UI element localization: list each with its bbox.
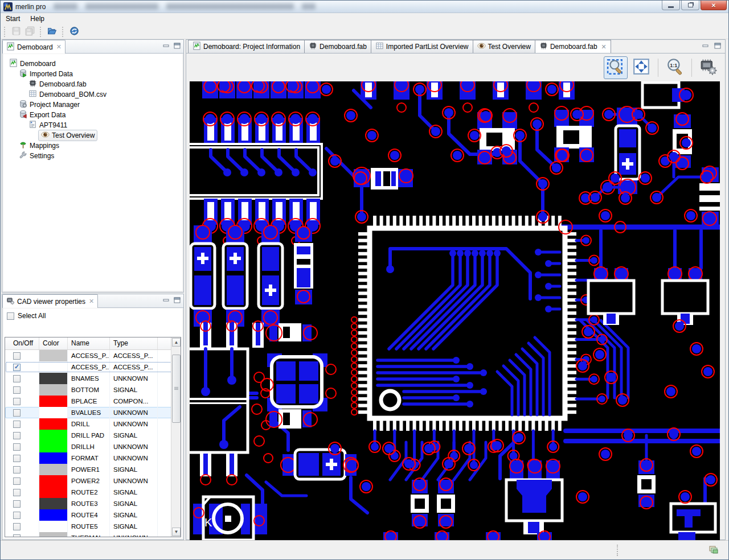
layer-color-swatch[interactable]	[39, 350, 68, 361]
zoom-1-1-button[interactable]: 1:1	[663, 56, 687, 79]
menu-start[interactable]: Start	[1, 14, 25, 24]
zoom-selection-button[interactable]	[604, 56, 628, 79]
close-icon[interactable]: ✕	[89, 298, 94, 305]
explorer-panel-tab[interactable]: Demoboard ✕	[2, 40, 65, 53]
maximize-view-icon[interactable]	[174, 297, 181, 306]
tree-item-test-overview[interactable]: Test Overview	[3, 130, 182, 141]
select-all-checkbox[interactable]	[7, 312, 14, 320]
layer-color-swatch[interactable]	[39, 441, 68, 452]
layer-color-swatch[interactable]	[39, 487, 68, 498]
layer-row-bnames[interactable]: BNAMESUNKNOWN	[5, 373, 181, 384]
tree-item-apt9411[interactable]: APT9411	[3, 120, 182, 130]
layer-visibility-checkbox[interactable]	[13, 432, 21, 439]
editor-tab-demoboard-fab[interactable]: Demoboard.fab✕	[535, 40, 611, 53]
column-header-type[interactable]: Type	[110, 337, 158, 349]
layer-color-swatch[interactable]	[39, 532, 68, 537]
layer-row-access-p-[interactable]: ACCESS_P...ACCESS_P...	[5, 350, 181, 361]
layer-row-bvalues[interactable]: BVALUESUNKNOWN	[5, 407, 181, 418]
layer-color-swatch[interactable]	[39, 430, 68, 441]
maximize-view-icon[interactable]	[714, 43, 722, 51]
layer-visibility-checkbox[interactable]	[13, 421, 21, 428]
layer-row-bplace[interactable]: BPLACECOMPON...	[5, 396, 181, 407]
layer-color-swatch[interactable]	[39, 407, 68, 418]
scroll-up-icon[interactable]: ▲	[172, 338, 181, 347]
editor-tab-test-overview[interactable]: Test Overview	[473, 40, 535, 53]
open-folder-button[interactable]	[45, 26, 59, 38]
layer-visibility-checkbox[interactable]	[13, 398, 21, 405]
close-icon[interactable]: ✕	[56, 43, 62, 51]
cad-settings-button[interactable]	[697, 56, 720, 79]
layer-color-swatch[interactable]	[39, 475, 68, 487]
layer-color-swatch[interactable]	[39, 384, 68, 396]
scroll-down-icon[interactable]: ▼	[172, 528, 181, 536]
restore-views-icon[interactable]	[709, 545, 719, 555]
layer-visibility-checkbox[interactable]	[13, 455, 21, 462]
zoom-fit-button[interactable]	[629, 56, 653, 79]
layer-row-route4[interactable]: ROUTE4SIGNAL	[5, 509, 181, 521]
minimize-view-icon[interactable]	[702, 43, 710, 51]
restore-button[interactable]	[681, 1, 699, 10]
title-bar[interactable]: merlin pro ✕	[1, 1, 728, 13]
layer-visibility-checkbox[interactable]	[13, 477, 21, 485]
layer-row-bottom[interactable]: BOTTOMSIGNAL	[5, 384, 181, 396]
layer-visibility-checkbox[interactable]	[13, 466, 21, 473]
tree-item-imported-data[interactable]: Imported Data	[3, 69, 182, 79]
layer-visibility-checkbox[interactable]	[13, 489, 21, 496]
close-icon[interactable]: ✕	[601, 43, 607, 51]
layer-visibility-checkbox[interactable]	[13, 523, 21, 530]
sync-button[interactable]	[67, 26, 81, 38]
layer-row-format[interactable]: FORMATUNKNOWN	[5, 452, 181, 464]
layer-row-drill[interactable]: DRILLUNKNOWN	[5, 418, 181, 430]
layer-row-drillh[interactable]: DRILLHUNKNOWN	[5, 441, 181, 452]
layer-row-route3[interactable]: ROUTE3SIGNAL	[5, 498, 181, 509]
layer-row-drill-pad[interactable]: DRILL PADSIGNAL	[5, 430, 181, 441]
layer-color-swatch[interactable]	[39, 521, 68, 532]
tree-item-project-manager[interactable]: Project Manager	[3, 100, 182, 110]
close-button[interactable]: ✕	[701, 1, 727, 10]
layer-color-swatch[interactable]	[39, 452, 68, 464]
column-header-on-off[interactable]: On/Off	[5, 337, 39, 349]
layer-visibility-checkbox[interactable]	[13, 534, 21, 538]
column-header-color[interactable]: Color	[39, 337, 68, 349]
tree-item-mappings[interactable]: Mappings	[3, 141, 182, 151]
layer-visibility-checkbox[interactable]	[13, 409, 21, 417]
scrollbar-thumb[interactable]	[172, 355, 181, 423]
tree-item-export-data[interactable]: Export Data	[3, 110, 182, 120]
layer-row-route2[interactable]: ROUTE2SIGNAL	[5, 487, 181, 498]
minimize-button[interactable]	[662, 1, 680, 10]
cad-properties-tab[interactable]: CAD viewer properties ✕	[2, 294, 98, 308]
layer-visibility-checkbox[interactable]	[13, 386, 21, 394]
minimize-view-icon[interactable]	[163, 43, 170, 51]
layer-row-thermal[interactable]: THERMALUNKNOWN	[5, 532, 181, 537]
tree-item-demoboard[interactable]: Demoboard	[3, 59, 182, 69]
minimize-view-icon[interactable]	[163, 297, 170, 306]
layer-visibility-checkbox[interactable]	[13, 443, 21, 451]
tree-item-settings[interactable]: Settings	[3, 151, 182, 161]
layer-visibility-checkbox[interactable]	[13, 364, 21, 371]
maximize-view-icon[interactable]	[174, 43, 181, 51]
column-header-name[interactable]: Name	[68, 337, 110, 349]
layer-row-power1[interactable]: POWER1SIGNAL	[5, 464, 181, 475]
layer-visibility-checkbox[interactable]	[13, 375, 21, 382]
layer-color-swatch[interactable]	[39, 464, 68, 475]
layer-color-swatch[interactable]	[39, 361, 68, 373]
layer-row-access-p-[interactable]: ACCESS_P...ACCESS_P...	[5, 361, 181, 373]
tree-item-demoboard-bom-csv[interactable]: Demoboard_BOM.csv	[3, 89, 182, 100]
layer-visibility-checkbox[interactable]	[13, 512, 21, 519]
layer-color-swatch[interactable]	[39, 509, 68, 521]
layer-visibility-checkbox[interactable]	[13, 352, 21, 360]
layer-color-swatch[interactable]	[39, 418, 68, 430]
editor-tab-imported-partlist-overview[interactable]: Imported PartList Overview	[371, 40, 473, 53]
pcb-canvas[interactable]: K	[190, 81, 720, 541]
layer-row-route5[interactable]: ROUTE5SIGNAL	[5, 521, 181, 532]
editor-tab-demoboard-fab[interactable]: Demoboard.fab	[304, 40, 371, 53]
layer-visibility-checkbox[interactable]	[13, 500, 21, 508]
statusbar-handle[interactable]	[617, 545, 618, 556]
layer-color-swatch[interactable]	[39, 498, 68, 509]
editor-tab-demoboard-project-information[interactable]: Demoboard: Project Information	[188, 40, 305, 53]
menu-help[interactable]: Help	[25, 14, 50, 24]
tree-item-demoboard-fab[interactable]: Demoboard.fab	[3, 79, 182, 89]
layer-color-swatch[interactable]	[39, 373, 68, 384]
layer-row-power2[interactable]: POWER2UNKNOWN	[5, 475, 181, 487]
table-scrollbar[interactable]: ▲ ▼	[171, 337, 181, 537]
